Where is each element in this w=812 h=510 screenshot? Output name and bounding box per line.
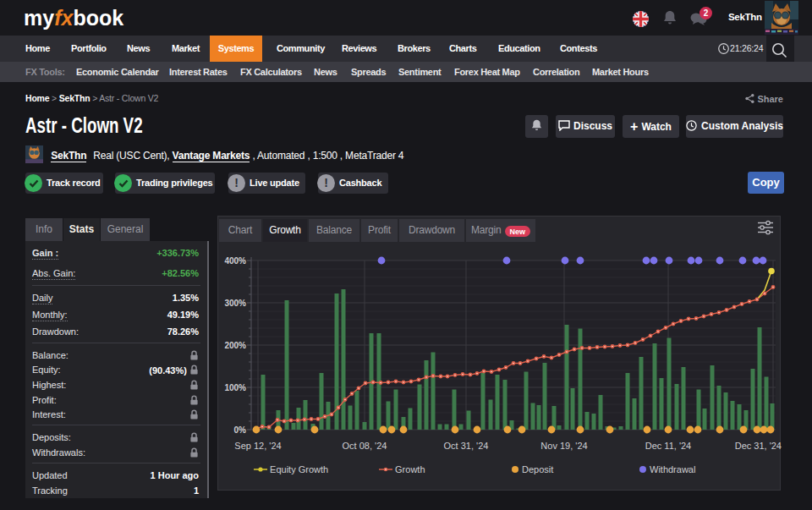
svg-text:0%: 0% [234, 425, 247, 435]
svg-text:Oct 31, '24: Oct 31, '24 [444, 441, 489, 451]
svg-text:Sep 12, '24: Sep 12, '24 [234, 441, 281, 451]
svg-text:400%: 400% [224, 256, 246, 266]
svg-text:200%: 200% [224, 341, 246, 350]
svg-text:Nov 19, '24: Nov 19, '24 [540, 441, 587, 451]
svg-text:300%: 300% [224, 299, 246, 308]
svg-text:Dec 11, '24: Dec 11, '24 [645, 441, 691, 451]
svg-text:Dec 31, '24: Dec 31, '24 [735, 441, 782, 451]
svg-text:Oct 08, '24: Oct 08, '24 [343, 441, 387, 451]
svg-text:100%: 100% [224, 383, 246, 392]
